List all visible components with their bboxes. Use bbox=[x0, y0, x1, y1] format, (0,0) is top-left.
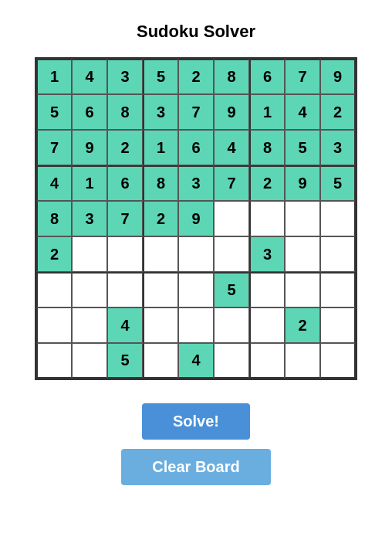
cell-7-0[interactable] bbox=[36, 307, 72, 343]
cell-6-0[interactable] bbox=[36, 272, 72, 307]
sudoku-grid: 1435286795683791427921648534168372958372… bbox=[35, 57, 357, 380]
cell-5-4[interactable] bbox=[178, 236, 214, 272]
cell-1-7[interactable]: 4 bbox=[285, 94, 320, 130]
cell-3-8[interactable]: 5 bbox=[320, 165, 356, 201]
cell-5-1[interactable] bbox=[72, 236, 107, 272]
cell-5-0[interactable]: 2 bbox=[36, 236, 72, 272]
cell-2-6[interactable]: 8 bbox=[249, 130, 285, 165]
cell-6-6[interactable] bbox=[249, 272, 285, 307]
cell-7-6[interactable] bbox=[249, 307, 285, 343]
cell-2-1[interactable]: 9 bbox=[72, 130, 107, 165]
cell-3-0[interactable]: 4 bbox=[36, 165, 72, 201]
cell-1-3[interactable]: 3 bbox=[143, 94, 178, 130]
cell-4-8[interactable] bbox=[320, 201, 356, 236]
cell-7-3[interactable] bbox=[143, 307, 178, 343]
cell-4-3[interactable]: 2 bbox=[143, 201, 178, 236]
cell-6-5[interactable]: 5 bbox=[214, 272, 249, 307]
cell-3-4[interactable]: 3 bbox=[178, 165, 214, 201]
cell-4-4[interactable]: 9 bbox=[178, 201, 214, 236]
cell-7-8[interactable] bbox=[320, 307, 356, 343]
cell-8-1[interactable] bbox=[72, 343, 107, 379]
cell-0-6[interactable]: 6 bbox=[249, 59, 285, 94]
cell-8-3[interactable] bbox=[143, 343, 178, 379]
cell-8-8[interactable] bbox=[320, 343, 356, 379]
cell-0-1[interactable]: 4 bbox=[72, 59, 107, 94]
cell-0-7[interactable]: 7 bbox=[285, 59, 320, 94]
cell-8-7[interactable] bbox=[285, 343, 320, 379]
cell-7-1[interactable] bbox=[72, 307, 107, 343]
cell-5-3[interactable] bbox=[143, 236, 178, 272]
cell-0-5[interactable]: 8 bbox=[214, 59, 249, 94]
cell-6-1[interactable] bbox=[72, 272, 107, 307]
cell-1-0[interactable]: 5 bbox=[36, 94, 72, 130]
cell-7-7[interactable]: 2 bbox=[285, 307, 320, 343]
cell-2-7[interactable]: 5 bbox=[285, 130, 320, 165]
cell-8-5[interactable] bbox=[214, 343, 249, 379]
cell-1-2[interactable]: 8 bbox=[107, 94, 143, 130]
cell-5-7[interactable] bbox=[285, 236, 320, 272]
cell-0-0[interactable]: 1 bbox=[36, 59, 72, 94]
cell-2-3[interactable]: 1 bbox=[143, 130, 178, 165]
cell-0-8[interactable]: 9 bbox=[320, 59, 356, 94]
cell-1-4[interactable]: 7 bbox=[178, 94, 214, 130]
cell-2-2[interactable]: 2 bbox=[107, 130, 143, 165]
cell-5-6[interactable]: 3 bbox=[249, 236, 285, 272]
cell-3-5[interactable]: 7 bbox=[214, 165, 249, 201]
cell-0-2[interactable]: 3 bbox=[107, 59, 143, 94]
cell-1-8[interactable]: 2 bbox=[320, 94, 356, 130]
cell-5-2[interactable] bbox=[107, 236, 143, 272]
cell-2-4[interactable]: 6 bbox=[178, 130, 214, 165]
cell-4-7[interactable] bbox=[285, 201, 320, 236]
cell-3-7[interactable]: 9 bbox=[285, 165, 320, 201]
cell-3-3[interactable]: 8 bbox=[143, 165, 178, 201]
cell-6-7[interactable] bbox=[285, 272, 320, 307]
cell-8-0[interactable] bbox=[36, 343, 72, 379]
cell-1-1[interactable]: 6 bbox=[72, 94, 107, 130]
cell-4-6[interactable] bbox=[249, 201, 285, 236]
cell-1-6[interactable]: 1 bbox=[249, 94, 285, 130]
cell-6-2[interactable] bbox=[107, 272, 143, 307]
cell-4-2[interactable]: 7 bbox=[107, 201, 143, 236]
cell-0-4[interactable]: 2 bbox=[178, 59, 214, 94]
cell-2-8[interactable]: 3 bbox=[320, 130, 356, 165]
cell-3-1[interactable]: 1 bbox=[72, 165, 107, 201]
cell-6-8[interactable] bbox=[320, 272, 356, 307]
cell-4-1[interactable]: 3 bbox=[72, 201, 107, 236]
page-title: Sudoku Solver bbox=[137, 22, 255, 42]
cell-6-3[interactable] bbox=[143, 272, 178, 307]
cell-5-5[interactable] bbox=[214, 236, 249, 272]
cell-1-5[interactable]: 9 bbox=[214, 94, 249, 130]
cell-0-3[interactable]: 5 bbox=[143, 59, 178, 94]
cell-8-6[interactable] bbox=[249, 343, 285, 379]
cell-3-6[interactable]: 2 bbox=[249, 165, 285, 201]
cell-8-4[interactable]: 4 bbox=[178, 343, 214, 379]
cell-2-5[interactable]: 4 bbox=[214, 130, 249, 165]
cell-8-2[interactable]: 5 bbox=[107, 343, 143, 379]
cell-6-4[interactable] bbox=[178, 272, 214, 307]
button-group: Solve! Clear Board bbox=[121, 403, 270, 485]
solve-button[interactable]: Solve! bbox=[142, 403, 250, 440]
cell-7-4[interactable] bbox=[178, 307, 214, 343]
cell-5-8[interactable] bbox=[320, 236, 356, 272]
cell-3-2[interactable]: 6 bbox=[107, 165, 143, 201]
cell-4-0[interactable]: 8 bbox=[36, 201, 72, 236]
cell-7-2[interactable]: 4 bbox=[107, 307, 143, 343]
cell-4-5[interactable] bbox=[214, 201, 249, 236]
cell-7-5[interactable] bbox=[214, 307, 249, 343]
cell-2-0[interactable]: 7 bbox=[36, 130, 72, 165]
clear-board-button[interactable]: Clear Board bbox=[121, 449, 270, 485]
